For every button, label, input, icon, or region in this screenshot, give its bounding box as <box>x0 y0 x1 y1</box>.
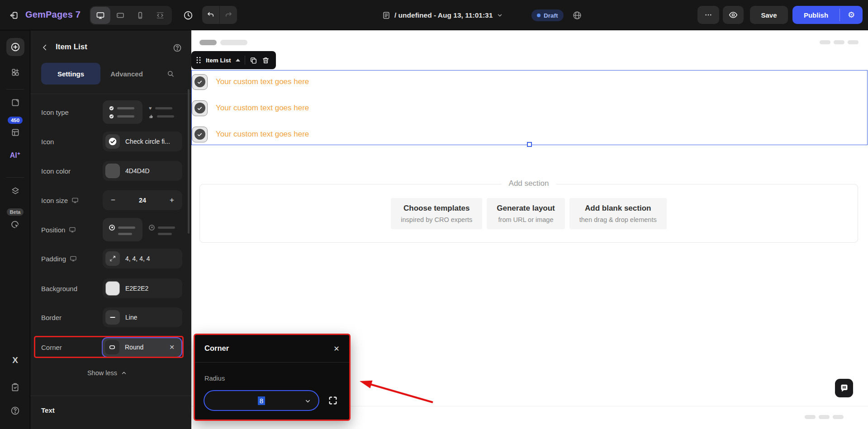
plus-icon[interactable]: + <box>161 196 182 205</box>
list-item[interactable]: Your custom text goes here <box>192 74 309 90</box>
radius-input[interactable]: 8 <box>204 390 319 411</box>
resize-handle[interactable] <box>527 142 532 147</box>
icon-size-value[interactable]: 24 <box>123 197 161 204</box>
eye-icon <box>729 10 738 19</box>
setting-row-icon-color: Icon color 4D4D4D <box>41 159 182 183</box>
check-circle-icon <box>109 114 114 119</box>
clear-corner-icon[interactable]: ✕ <box>169 344 175 351</box>
grid-plus-icon <box>11 68 20 77</box>
undo-icon[interactable] <box>202 6 219 24</box>
heart-icon: ♥ <box>149 105 152 111</box>
trash-icon[interactable] <box>262 57 270 64</box>
device-tablet-icon[interactable] <box>110 7 130 24</box>
close-icon[interactable]: ✕ <box>332 344 341 353</box>
panel-scrollbar[interactable] <box>188 89 190 234</box>
thumb-up-icon <box>149 114 154 119</box>
panel-search-icon[interactable] <box>166 69 175 78</box>
item-text[interactable]: Your custom text goes here <box>216 77 309 86</box>
device-desktop-icon[interactable] <box>90 7 110 24</box>
interaction-tool-button[interactable] <box>0 219 30 229</box>
chevron-down-icon <box>497 12 503 19</box>
help-button[interactable] <box>0 405 30 415</box>
setting-row-icon: Icon Check circle fi... <box>41 130 182 153</box>
collapse-triangle-icon[interactable] <box>236 59 240 61</box>
check-circle-icon <box>108 137 117 146</box>
save-button[interactable]: Save <box>750 6 788 24</box>
radius-value[interactable]: 8 <box>258 396 265 405</box>
more-options-button[interactable] <box>697 6 719 24</box>
ai-assistant-button[interactable]: AI✦ <box>0 151 30 160</box>
radius-label: Radius <box>204 375 225 382</box>
item-icon-box <box>192 100 208 116</box>
icon-picker[interactable]: Check circle fi... <box>103 132 182 151</box>
panel-help-icon[interactable] <box>172 43 182 53</box>
choose-templates-button[interactable]: Choose templates inspired by CRO experts <box>391 198 482 229</box>
add-section-card: Add section Choose templates inspired by… <box>199 184 858 243</box>
background-color-picker[interactable]: E2E2E2 <box>103 278 182 298</box>
setting-row-corner: Corner Round ✕ <box>41 335 182 359</box>
generate-layout-button[interactable]: Generate layout from URL or image <box>487 198 565 229</box>
add-blank-section-button[interactable]: Add blank section then drag & drop eleme… <box>569 198 667 229</box>
add-element-button[interactable] <box>6 38 24 56</box>
page-title-menu[interactable]: / undefined - Aug 13, 11:01:31 <box>382 0 503 30</box>
back-chevron-icon[interactable] <box>39 42 50 53</box>
element-toolbar-label: Item List <box>206 57 231 64</box>
item-text[interactable]: Your custom text goes here <box>216 130 309 139</box>
item-text[interactable]: Your custom text goes here <box>216 104 309 113</box>
settings-panel: Item List Settings Advanced Icon type ♥ … <box>30 30 191 429</box>
publish-button[interactable]: Publish <box>792 6 840 24</box>
header-placeholder-group <box>820 40 859 44</box>
minus-icon[interactable]: − <box>103 196 123 205</box>
padding-editor[interactable]: 4, 4, 4, 4 <box>103 249 182 269</box>
globe-publish-icon[interactable] <box>571 9 583 22</box>
position-left-option[interactable] <box>103 218 142 241</box>
add-section-rail-button[interactable] <box>0 68 30 77</box>
setting-row-padding: Padding 4, 4, 4, 4 <box>41 247 182 270</box>
device-responsive-icon[interactable] <box>150 7 170 24</box>
setting-row-background: Background E2E2E2 <box>41 277 182 300</box>
duplicate-icon[interactable] <box>250 57 257 64</box>
element-toolbar: Item List <box>191 51 276 69</box>
list-item[interactable]: Your custom text goes here <box>192 126 309 142</box>
page-title: / undefined - Aug 13, 11:01:31 <box>394 11 493 19</box>
layers-button[interactable] <box>0 186 30 195</box>
template-icon <box>11 128 20 137</box>
border-style-picker[interactable]: Line <box>103 307 182 327</box>
more-icon <box>704 11 712 19</box>
template-count-badge: 450 <box>0 116 30 124</box>
design-pages-icon <box>11 98 20 107</box>
show-less-toggle[interactable]: Show less <box>30 369 184 377</box>
tasks-button[interactable] <box>0 382 30 392</box>
tab-advanced[interactable]: Advanced <box>100 63 153 85</box>
icon-type-list-option[interactable] <box>103 100 142 124</box>
undo-redo-group <box>202 6 237 24</box>
question-circle-icon <box>10 406 20 415</box>
version-history-icon[interactable] <box>182 9 194 22</box>
preview-button[interactable] <box>723 6 744 24</box>
icon-color-picker[interactable]: 4D4D4D <box>103 161 182 181</box>
chat-launcher-button[interactable] <box>835 379 853 397</box>
color-swatch[interactable] <box>105 281 120 296</box>
icon-type-rating-option[interactable]: ♥ <box>142 100 182 124</box>
color-swatch[interactable] <box>105 164 120 178</box>
device-mobile-icon[interactable] <box>130 7 150 24</box>
chevron-up-icon <box>121 370 127 376</box>
templates-button[interactable] <box>0 128 30 137</box>
corner-style-picker[interactable]: Round ✕ <box>102 337 182 358</box>
theme-pages-button[interactable] <box>0 98 30 107</box>
editor-canvas: Item List Your custom text goes here You… <box>191 30 868 429</box>
tab-settings[interactable]: Settings <box>41 63 100 85</box>
exit-editor-icon[interactable] <box>7 9 21 22</box>
drag-handle-icon[interactable] <box>196 57 201 64</box>
position-top-option[interactable] <box>142 218 182 241</box>
x-integration-button[interactable]: X <box>0 355 30 366</box>
header-placeholder-pill <box>220 40 247 45</box>
list-item[interactable]: Your custom text goes here <box>192 100 309 116</box>
item-icon-box <box>192 127 208 142</box>
header-placeholder-pill <box>199 40 217 45</box>
expand-arrows-icon <box>109 255 116 262</box>
redo-icon[interactable] <box>220 6 237 24</box>
status-badge: Draft <box>531 9 564 21</box>
publish-settings-gear-icon[interactable]: ⚙ <box>840 6 863 24</box>
expand-corners-icon[interactable] <box>328 396 338 405</box>
